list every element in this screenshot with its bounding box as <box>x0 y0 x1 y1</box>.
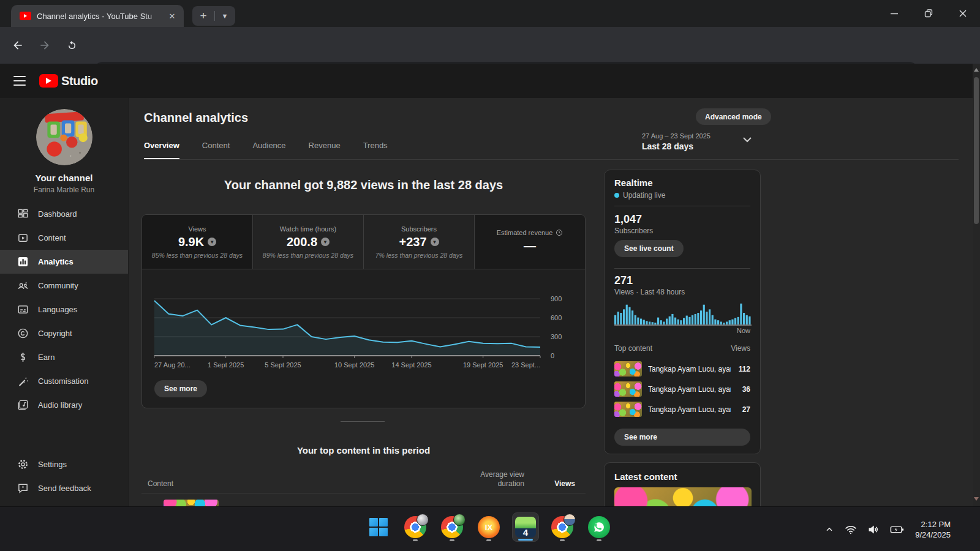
tab-close-icon[interactable]: ✕ <box>167 10 178 21</box>
sidebar-item-customisation[interactable]: Customisation <box>0 369 128 393</box>
forward-icon[interactable] <box>34 35 55 56</box>
realtime-views-value: 271 <box>614 274 750 287</box>
sidebar-item-languages[interactable]: Languages <box>0 298 128 321</box>
sidebar-item-audio-library[interactable]: Audio library <box>0 393 128 417</box>
sidebar-item-earn[interactable]: Earn <box>0 345 128 369</box>
svg-text:5 Sept 2025: 5 Sept 2025 <box>265 361 301 369</box>
sidebar-item-analytics[interactable]: Analytics <box>0 250 128 274</box>
sidebar-item-send-feedback[interactable]: Send feedback <box>0 476 128 500</box>
realtime-title: Realtime <box>614 178 750 188</box>
chrome-icon <box>441 516 463 538</box>
new-tab-button[interactable]: + <box>192 7 214 25</box>
wifi-icon[interactable] <box>845 523 857 536</box>
top-content-row[interactable]: Tangkap Ayam Lucu, ayam ... 27 <box>614 399 750 419</box>
community-icon <box>16 280 29 292</box>
table-row-thumbnail-partial <box>164 500 219 506</box>
tab-overview[interactable]: Overview <box>144 141 179 159</box>
latest-content-title: Latest content <box>614 471 750 482</box>
sidebar-item-dashboard[interactable]: Dashboard <box>0 202 128 226</box>
svg-text:10 Sept 2025: 10 Sept 2025 <box>334 361 374 369</box>
copyright-icon <box>16 328 29 340</box>
dollar-icon <box>16 351 29 364</box>
browser-tab[interactable]: Channel analytics - YouTube Stu ✕ <box>11 5 184 27</box>
tab-trends[interactable]: Trends <box>363 141 388 159</box>
taskbar-whatsapp[interactable] <box>586 512 612 542</box>
advanced-mode-button[interactable]: Advanced mode <box>696 108 771 125</box>
taskbar-active-app[interactable]: 4 <box>512 512 539 542</box>
see-live-count-button[interactable]: See live count <box>614 240 684 257</box>
your-channel-label: Your channel <box>0 173 128 183</box>
latest-content-thumbnail[interactable] <box>614 487 752 506</box>
realtime-subscribers-label: Subscribers <box>614 227 750 235</box>
languages-subtitles-icon <box>16 304 29 316</box>
metric-card-estimated-revenue[interactable]: Estimated revenue — <box>475 215 585 269</box>
scrollbar-thumb[interactable] <box>974 77 979 224</box>
taskbar-clock[interactable]: 2:12 PM 9/24/2025 <box>915 519 951 540</box>
video-thumbnail <box>614 361 642 377</box>
chrome-icon <box>551 516 573 538</box>
volume-icon[interactable] <box>867 523 880 536</box>
metric-card-views[interactable]: Views 9.9K▼ 85% less than previous 28 da… <box>142 215 253 269</box>
realtime-subscribers-value: 1,047 <box>614 213 750 226</box>
youtube-studio-logo[interactable]: Studio <box>39 74 98 88</box>
sidebar-item-content[interactable]: Content <box>0 226 128 250</box>
sidebar-item-community[interactable]: Community <box>0 274 128 298</box>
section-divider <box>341 421 385 422</box>
tab-audience[interactable]: Audience <box>252 141 285 159</box>
taskbar-chrome-profile-1[interactable] <box>402 512 429 542</box>
chrome-icon <box>404 516 426 538</box>
analytics-tabs: Overview Content Audience Revenue Trends <box>144 141 959 160</box>
profile-badge <box>453 514 466 526</box>
audio-library-icon <box>16 399 29 411</box>
sidebar-item-settings[interactable]: Settings <box>0 452 128 476</box>
taskbar-chrome-profile-2[interactable] <box>439 512 466 542</box>
svg-text:0: 0 <box>551 352 554 359</box>
reload-icon[interactable] <box>61 35 82 56</box>
tab-search-chevron-icon[interactable]: ▼ <box>215 12 235 20</box>
svg-text:23 Sept...: 23 Sept... <box>511 361 540 369</box>
youtube-logo-icon <box>39 74 58 88</box>
column-header-avg-view-duration[interactable]: Average view duration <box>469 470 524 489</box>
see-more-button[interactable]: See more <box>154 380 207 397</box>
table-header-divider <box>141 493 586 493</box>
gauge-app-icon: 4 <box>515 517 536 538</box>
youtube-favicon-icon <box>20 12 31 20</box>
top-content-row[interactable]: Tangkap Ayam Lucu, ayam ... 36 <box>614 379 750 399</box>
windows-logo-icon <box>369 518 388 536</box>
video-thumbnail <box>614 381 642 397</box>
trend-down-icon: ▼ <box>208 238 216 246</box>
minimize-button[interactable] <box>877 0 911 27</box>
svg-text:27 Aug 20...: 27 Aug 20... <box>154 361 190 369</box>
realtime-see-more-button[interactable]: See more <box>614 429 750 446</box>
tray-chevron-up-icon[interactable] <box>824 525 834 534</box>
top-content-label: Top content <box>614 344 652 353</box>
browser-toolbar: G2 studio.youtube.com/channel/UC6DAygVT5… <box>0 27 980 64</box>
top-content-row[interactable]: Tangkap Ayam Lucu, ayam ... 112 <box>614 359 750 379</box>
clock-icon <box>556 229 563 236</box>
page-scrollbar[interactable] <box>973 64 980 506</box>
tab-content[interactable]: Content <box>202 141 230 159</box>
restore-button[interactable] <box>911 0 946 27</box>
column-header-content[interactable]: Content <box>148 479 173 488</box>
hamburger-menu-icon[interactable] <box>13 76 26 86</box>
tab-revenue[interactable]: Revenue <box>309 141 341 159</box>
sidebar-item-copyright[interactable]: Copyright <box>0 321 128 345</box>
metric-card-watch-time[interactable]: Watch time (hours) 200.8▼ 89% less than … <box>253 215 364 269</box>
dashboard-icon <box>16 208 29 220</box>
windows-taskbar: IX 4 2:12 PM 9/24/2025 <box>0 506 980 551</box>
views-line-chart[interactable]: 900600300027 Aug 20...1 Sept 20255 Sept … <box>154 279 583 374</box>
channel-avatar[interactable] <box>36 109 92 165</box>
metric-card-subscribers[interactable]: Subscribers +237▼ 7% less than previous … <box>364 215 475 269</box>
battery-charging-icon[interactable] <box>890 523 905 536</box>
channel-name: Farina Marble Run <box>0 186 128 194</box>
back-icon[interactable] <box>7 35 28 56</box>
date-range: 27 Aug – 23 Sept 2025 <box>642 132 710 140</box>
taskbar-ix-app[interactable]: IX <box>475 512 502 542</box>
realtime-bar-chart[interactable] <box>614 299 752 327</box>
scroll-down-arrow-icon[interactable] <box>974 497 979 501</box>
scroll-up-arrow-icon[interactable] <box>974 68 979 72</box>
taskbar-chrome-profile-3[interactable] <box>549 512 576 542</box>
close-button[interactable] <box>946 0 980 27</box>
column-header-views[interactable]: Views <box>543 479 575 488</box>
start-button[interactable] <box>365 512 392 542</box>
